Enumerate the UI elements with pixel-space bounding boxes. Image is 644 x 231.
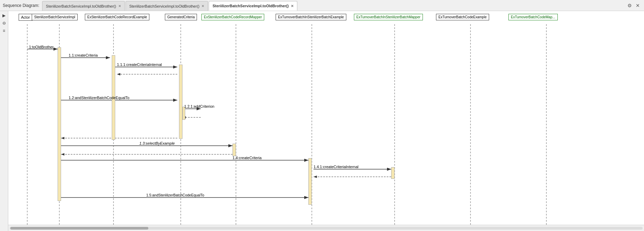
titlebar: Sequence Diagram: SteriilizerBatchServic… [0,0,644,11]
lifeline-actor: Actor [19,14,32,21]
tab-1-close[interactable]: ✕ [118,4,121,8]
label-createcriteria4: 1.4:createCriteria [232,156,261,160]
lifeline-mapper1: ExSteriilizerBatchCodeRecordMapper [201,14,264,20]
label-createcriteria1: 1.1:createCriteria [69,53,98,57]
lifeline-generated: GeneratedCriteria [165,14,197,20]
lifeline-codemap: ExTurnoverBatchCodeMap... [508,14,558,20]
lifeline-codeexample: ExTurnoverBatchCodeExample [436,14,489,20]
activation-bar-mapper1 [232,144,236,156]
tab-2[interactable]: SteriilizerBatchServiceImpl.toOldBrother… [126,1,208,11]
lifeline-turnover-example: ExTurnoverBatchInSteriilizerBatchExample [276,14,346,20]
settings-icon[interactable]: ⚙ [626,2,633,9]
tab-1-label: SteriilizerBatchServiceImpl.toOldBrother… [46,4,116,8]
lifeline-excode: ExSteriilizerBatchCodeRecordExample [85,14,149,20]
tab-3-label: SteriilizerBatchServiceImpl.toOldBrother… [212,4,289,8]
label-selectbyexample: 1.3:selectByExample [139,141,175,145]
activation-bar-gen-sub [182,107,185,120]
arrows-svg [8,11,644,225]
label-tooldbrother: 1:toOldBrother [29,45,54,49]
tab-1[interactable]: SteriilizerBatchServiceImpl.toOldBrother… [42,1,125,11]
activation-bar-generated [179,65,182,139]
tab-2-close[interactable]: ✕ [201,4,204,8]
scrollbar-area [8,225,644,231]
lifeline-service: SteriilizerBatchServiceImpl [32,14,78,20]
activation-bar-service [58,47,61,201]
diagram-area: Actor SteriilizerBatchServiceImpl ExSter… [8,11,644,225]
titlebar-actions: ⚙ ✕ [626,2,641,9]
label-createinternal41: 1.4.1:createCriteriaInternal [314,165,358,169]
lifeline-turnover-mapper: ExTurnoverBatchInSteriilizerBatchMapper [354,14,423,20]
scrollbar-track[interactable] [10,227,643,230]
sidebar: ▶ ⊖ ≡ [0,11,8,231]
scrollbar-thumb[interactable] [10,227,148,230]
tab-3[interactable]: SteriilizerBatchServiceImpl.toOldBrother… [209,1,297,11]
tab-2-label: SteriilizerBatchServiceImpl.toOldBrother… [129,4,200,8]
collapse-icon[interactable]: ⊖ [1,20,7,26]
activation-bar-turnover-example [308,158,312,205]
list-icon[interactable]: ≡ [1,28,7,34]
label-createinternal1: 1.1.1:createCriteriaInternal [117,62,162,67]
tab-bar: SteriilizerBatchServiceImpl.toOldBrother… [42,0,626,11]
tab-3-close[interactable]: ✕ [291,4,294,8]
sequence-diagram-label: Sequence Diagram: [3,3,39,8]
label-andcode1: 1.2:andSteriilizerBatchCodeEqualTo [69,96,129,100]
label-addcriterion: 1.2.1:addCriterion [184,104,214,108]
play-icon[interactable]: ▶ [1,12,7,19]
activation-bar-turnover-mapper [391,167,395,179]
label-andcode15: 1.5:andSteriilizerBatchCodeEqualTo [146,193,204,197]
close-window-icon[interactable]: ✕ [634,2,641,9]
